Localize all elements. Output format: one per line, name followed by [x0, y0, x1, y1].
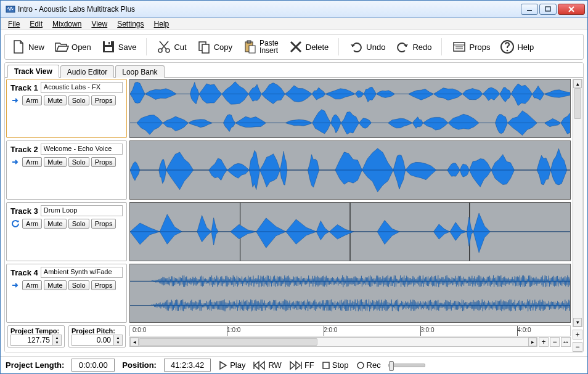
track-props-button[interactable]: Props — [91, 280, 116, 290]
menu-view[interactable]: View — [88, 18, 111, 30]
project-length-value: 0:0:0.00 — [71, 359, 115, 372]
stop-icon — [322, 361, 330, 370]
mute-button[interactable]: Mute — [44, 280, 66, 290]
track-header-3[interactable]: Track 3 Drum Loop Arm Mute Solo Props — [6, 202, 127, 261]
spinner-down-icon[interactable]: ▼ — [52, 340, 61, 345]
scrollbar-thumb[interactable] — [139, 338, 317, 346]
track-name-field[interactable]: Welcome - Echo Voice — [41, 144, 123, 155]
play-icon — [218, 360, 228, 370]
arm-button[interactable]: Arm — [22, 157, 42, 167]
window-minimize-button[interactable] — [521, 4, 538, 15]
track-lane-2[interactable] — [129, 140, 571, 200]
props-button[interactable]: Props — [452, 39, 490, 54]
arm-button[interactable]: Arm — [22, 219, 42, 229]
svg-rect-6 — [105, 41, 111, 45]
arrow-right-icon — [10, 157, 20, 167]
scroll-left-icon[interactable]: ◂ — [130, 338, 139, 346]
slider-knob[interactable] — [389, 361, 394, 371]
track-props-button[interactable]: Props — [91, 157, 116, 167]
track-name-field[interactable]: Ambient Synth w/Fade — [41, 267, 123, 278]
paste-insert-button[interactable]: PasteInsert — [242, 39, 279, 54]
menu-help[interactable]: Help — [150, 18, 173, 30]
track-props-button[interactable]: Props — [91, 96, 116, 105]
transport-bar: Project Length: 0:0:0.00 Position: 41:2:… — [1, 356, 587, 373]
spinner-down-icon[interactable]: ▼ — [113, 340, 122, 345]
copy-button[interactable]: Copy — [197, 39, 232, 54]
project-pitch-box: Project Pitch: 0.00 ▲▼ — [68, 325, 126, 348]
track-lane-1[interactable] — [129, 79, 571, 138]
undo-button[interactable]: Undo — [349, 39, 385, 54]
arm-button[interactable]: Arm — [22, 96, 42, 105]
project-tempo-spinner[interactable]: 127.75 ▲▼ — [10, 335, 62, 346]
svg-point-36 — [357, 362, 364, 368]
fast-forward-button[interactable]: FF — [289, 360, 314, 370]
arm-button[interactable]: Arm — [22, 280, 42, 290]
solo-button[interactable]: Solo — [68, 157, 89, 167]
rewind-icon — [253, 360, 266, 370]
vertical-scrollbar[interactable]: ▴ ▾ — [573, 79, 582, 327]
spinner-up-icon[interactable]: ▲ — [52, 335, 61, 340]
menu-edit[interactable]: Edit — [26, 18, 46, 30]
zoom-out-button[interactable]: − — [550, 337, 560, 347]
paste-icon — [242, 39, 257, 54]
vzoom-in-button[interactable]: + — [573, 330, 582, 339]
redo-button[interactable]: Redo — [395, 39, 431, 54]
horizontal-scrollbar[interactable]: ◂ ▸ — [129, 337, 537, 347]
solo-button[interactable]: Solo — [68, 219, 89, 229]
menu-mixdown[interactable]: Mixdown — [49, 18, 85, 30]
save-floppy-icon — [101, 39, 116, 54]
tab-audio-editor[interactable]: Audio Editor — [60, 65, 114, 78]
zoom-in-button[interactable]: + — [539, 337, 549, 347]
rewind-button[interactable]: RW — [253, 360, 281, 370]
play-button[interactable]: Play — [218, 360, 245, 370]
svg-rect-17 — [249, 46, 255, 53]
delete-x-icon — [288, 39, 303, 54]
project-pitch-spinner[interactable]: 0.00 ▲▼ — [71, 335, 123, 346]
mute-button[interactable]: Mute — [44, 96, 66, 105]
spinner-up-icon[interactable]: ▲ — [113, 335, 122, 340]
svg-rect-35 — [323, 362, 329, 368]
track-lanes-column: 0:0:0 1:0:0 2:0:0 3:0:0 4:0:0 ◂ ▸ — [128, 78, 572, 352]
track-name-field[interactable]: Acoustic Labs - FX — [41, 82, 123, 93]
window-maximize-button[interactable] — [539, 4, 557, 15]
solo-button[interactable]: Solo — [68, 96, 89, 105]
track-lane-3[interactable] — [129, 202, 571, 261]
menu-settings[interactable]: Settings — [113, 18, 147, 30]
track-header-4[interactable]: Track 4 Ambient Synth w/Fade Arm Mute So… — [6, 264, 127, 323]
stop-button[interactable]: Stop — [322, 360, 349, 370]
mute-button[interactable]: Mute — [44, 219, 66, 229]
save-button[interactable]: Save — [101, 39, 137, 54]
scroll-up-icon[interactable]: ▴ — [573, 79, 582, 88]
vzoom-out-button[interactable]: − — [573, 342, 582, 352]
help-button[interactable]: Help — [500, 39, 534, 54]
new-file-icon — [11, 39, 26, 54]
menu-file[interactable]: File — [4, 18, 23, 30]
scroll-down-icon[interactable]: ▾ — [573, 318, 582, 327]
svg-rect-7 — [105, 47, 112, 51]
playback-slider[interactable] — [388, 364, 425, 367]
scrollbar-thumb[interactable] — [574, 88, 581, 119]
scroll-right-icon[interactable]: ▸ — [528, 338, 537, 346]
record-button[interactable]: Rec — [356, 360, 381, 370]
scissors-icon — [157, 39, 171, 54]
solo-button[interactable]: Solo — [68, 280, 89, 290]
track-props-button[interactable]: Props — [91, 219, 116, 229]
redo-icon — [395, 39, 410, 54]
delete-button[interactable]: Delete — [288, 39, 329, 54]
time-ruler[interactable]: 0:0:0 1:0:0 2:0:0 3:0:0 4:0:0 — [129, 325, 571, 336]
open-button[interactable]: Open — [54, 39, 91, 54]
tab-track-view[interactable]: Track View — [7, 65, 59, 78]
window-close-button[interactable] — [558, 4, 585, 15]
zoom-fit-button[interactable]: ↔ — [561, 337, 571, 347]
track-name-field[interactable]: Drum Loop — [41, 205, 123, 216]
track-headers-column: Track 1 Acoustic Labs - FX Arm Mute Solo… — [5, 78, 128, 352]
track-lane-4[interactable] — [129, 264, 571, 323]
open-folder-icon — [54, 39, 69, 54]
tab-loop-bank[interactable]: Loop Bank — [115, 65, 164, 78]
new-button[interactable]: New — [11, 39, 44, 54]
mute-button[interactable]: Mute — [44, 157, 66, 167]
arrow-right-icon — [10, 280, 20, 290]
track-header-1[interactable]: Track 1 Acoustic Labs - FX Arm Mute Solo… — [6, 79, 127, 138]
track-header-2[interactable]: Track 2 Welcome - Echo Voice Arm Mute So… — [6, 140, 127, 200]
cut-button[interactable]: Cut — [157, 39, 186, 54]
